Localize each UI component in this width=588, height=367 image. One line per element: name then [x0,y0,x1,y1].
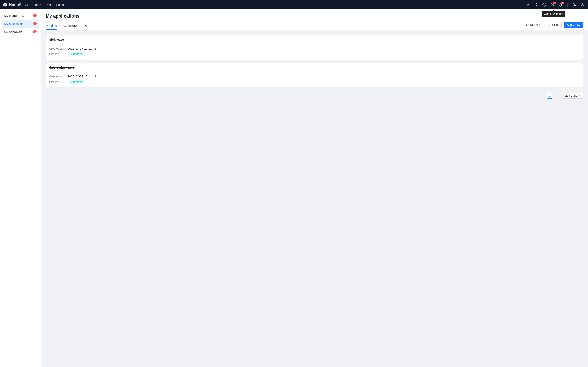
svg-point-0 [544,4,545,5]
page-size-label: 20 / page [565,94,577,97]
pagination: 1 20 / page [41,92,588,104]
sidebar-item-applications[interactable]: My applications 2 [2,20,39,28]
filter-button[interactable]: Filter [545,22,562,28]
status-tag: Submitted [68,52,85,56]
application-card[interactable]: Sale budge apply Created at : 2025-02-27… [46,63,583,88]
content-list: Sick leave Created at : 2025-03-07 10:12… [41,30,588,92]
sidebar-badge: 2 [33,22,36,25]
sidebar-item-label: My applications [4,22,25,25]
created-at-label: Created at : [49,75,65,78]
action-buttons: Refresh Filter Apply new [523,22,583,30]
page-size-select[interactable]: 20 / page [563,92,583,99]
sidebar-badge: 2 [33,14,36,17]
created-at-value: 2025-02-27 17:11:42 [68,75,96,78]
cube-icon [3,2,7,7]
page-number-current[interactable]: 1 [547,92,553,99]
tooltip-workflow-todos: Workflow todos [542,11,565,17]
plugin-icon[interactable] [534,3,538,7]
status-label: Status : [49,80,65,83]
nav-links: Home Post Sales [33,3,64,7]
sidebar-item-label: My approvals [4,30,22,34]
status-tag: Submitted [68,80,85,84]
refresh-icon [526,24,529,26]
brand-suffix: Base [19,2,28,7]
tab-all[interactable]: All [85,22,88,30]
sidebar-badge: 1 [33,30,36,33]
nav-icons: 5 1 [526,3,584,7]
application-card[interactable]: Sick leave Created at : 2025-03-07 10:12… [46,35,583,60]
main-header: My applications Pending Completed All Re… [41,9,588,30]
apply-new-label: Apply new [567,23,580,26]
card-title: Sick leave [46,35,583,44]
page-title: My applications [46,13,583,19]
sidebar: My manual tasks 2 My applications 2 My a… [0,9,41,367]
refresh-label: Refresh [530,23,540,26]
todos-count-badge: 5 [553,2,556,4]
top-navbar: NocoBase Home Post Sales 5 1 [0,0,588,9]
sidebar-item-manual-tasks[interactable]: My manual tasks 2 [2,11,39,20]
help-icon[interactable] [572,3,576,7]
filter-label: Filter [552,23,559,26]
bell-count-badge: 1 [561,2,564,4]
sidebar-item-approvals[interactable]: My approvals 1 [2,28,39,36]
created-at-label: Created at : [49,47,65,50]
user-icon[interactable] [581,3,584,7]
refresh-button[interactable]: Refresh [523,22,543,28]
todos-icon[interactable]: 5 [551,3,554,7]
created-at-value: 2025-03-07 10:12:46 [68,47,96,50]
page-next-button[interactable] [555,92,561,99]
status-label: Status : [49,52,65,56]
page-prev-button[interactable] [539,92,545,99]
highlighter-icon[interactable] [526,3,530,7]
main-panel: My applications Pending Completed All Re… [41,9,588,367]
nav-link-sales[interactable]: Sales [56,3,64,7]
brand-name: Noco [9,2,19,7]
nav-divider [567,3,568,7]
brand-logo[interactable]: NocoBase [3,2,28,7]
chevron-down-icon [579,95,581,97]
svg-point-3 [574,5,575,6]
svg-point-4 [582,3,583,5]
tab-completed[interactable]: Completed [63,22,78,30]
sidebar-item-label: My manual tasks [4,14,27,17]
nav-link-home[interactable]: Home [33,3,41,7]
tab-pending[interactable]: Pending [46,22,57,30]
bell-icon[interactable]: 1 [559,3,562,7]
nav-link-post[interactable]: Post [45,3,52,7]
tabs: Pending Completed All [46,22,88,30]
apply-new-button[interactable]: Apply new [564,22,583,28]
card-title: Sale budge apply [46,63,583,72]
gear-icon[interactable] [543,3,546,7]
filter-icon [548,24,551,26]
